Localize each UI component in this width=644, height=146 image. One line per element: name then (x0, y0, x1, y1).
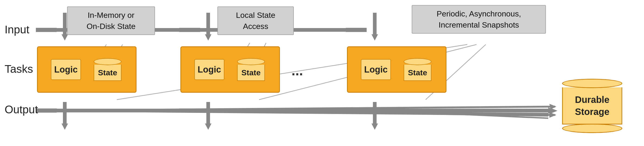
logic-box-1: Logic (51, 59, 81, 80)
svg-marker-20 (548, 107, 555, 114)
svg-line-23 (375, 110, 548, 118)
task-box-3: Logic State (347, 46, 446, 93)
svg-rect-5 (36, 108, 57, 113)
state-cylinder-2: State (236, 58, 266, 81)
task-box-2: Logic State (180, 46, 280, 93)
diagram: Input Tasks Output Logic State Logic Sta… (0, 0, 644, 146)
ellipsis: ... (292, 63, 303, 79)
state-cylinder-1: State (92, 58, 122, 81)
svg-marker-9 (205, 123, 212, 130)
tasks-label: Tasks (5, 63, 33, 75)
svg-rect-16 (346, 28, 367, 32)
svg-marker-25 (550, 104, 556, 109)
svg-marker-15 (372, 123, 378, 130)
svg-line-26 (36, 110, 555, 111)
svg-line-24 (36, 107, 555, 110)
callout-snapshots: Periodic, Asynchronous, Incremental Snap… (412, 5, 546, 34)
svg-marker-13 (372, 34, 378, 41)
svg-marker-29 (550, 112, 556, 118)
state-cylinder-3: State (402, 58, 432, 81)
svg-line-21 (65, 110, 548, 113)
output-label: Output (5, 103, 38, 116)
svg-rect-4 (36, 28, 57, 32)
svg-rect-11 (179, 108, 200, 113)
durable-storage: Durable Storage (558, 79, 627, 133)
svg-marker-3 (62, 123, 68, 130)
task-box-1: Logic State (37, 46, 136, 93)
svg-rect-17 (346, 108, 367, 113)
svg-marker-1 (62, 34, 68, 41)
svg-rect-10 (179, 28, 200, 32)
logic-box-3: Logic (361, 59, 391, 80)
callout-inmemory: In-Memory or On-Disk State (67, 7, 155, 35)
svg-marker-7 (205, 34, 212, 41)
svg-line-22 (208, 110, 548, 116)
logic-box-2: Logic (194, 59, 224, 80)
svg-line-28 (36, 110, 555, 115)
callout-localstate: Local State Access (218, 7, 294, 35)
svg-marker-27 (550, 108, 558, 113)
input-label: Input (5, 23, 30, 36)
